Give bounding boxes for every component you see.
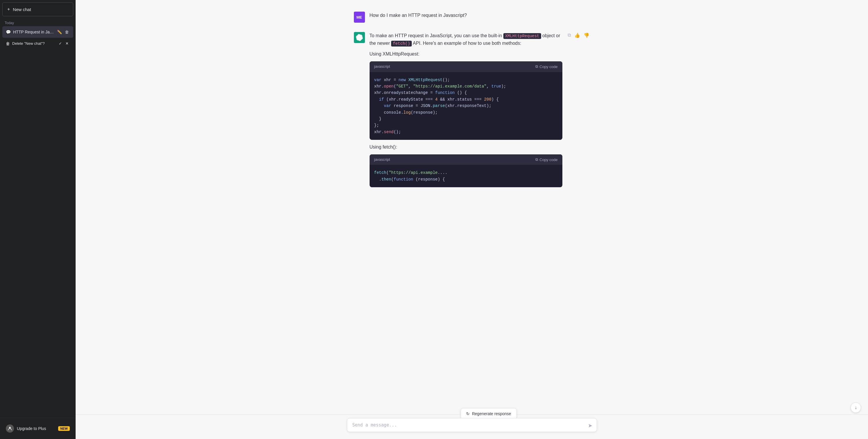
section1-label: Using XMLHttpRequest: [370, 50, 562, 58]
chat-item-actions: ✏️ 🗑 [56, 29, 70, 35]
copy-label-1: Copy code [539, 65, 557, 69]
delete-confirm-icon: 🗑 [6, 41, 10, 46]
assistant-message-content: To make an HTTP request in JavaScript, y… [370, 32, 562, 191]
message-input[interactable] [347, 418, 597, 432]
inline-code-fetch: fetch() [391, 41, 412, 46]
regenerate-icon: ↻ [466, 411, 470, 416]
svg-point-0 [9, 427, 11, 429]
inline-code-xhr: XMLHttpRequest [503, 33, 541, 39]
section2-label: Using fetch(): [370, 143, 562, 151]
code-content-2: fetch("https://api.example.... .then(fun… [370, 165, 562, 187]
user-message: ME How do I make an HTTP request in Java… [347, 7, 597, 27]
user-avatar: ME [354, 12, 365, 23]
assistant-message-actions: ⧉ 👍 👎 [567, 32, 590, 39]
user-message-text: How do I make an HTTP request in Javascr… [370, 13, 467, 18]
code-block-1-header: javascript ⧉ Copy code [370, 61, 562, 72]
thumbs-up-button[interactable]: 👍 [574, 32, 581, 39]
input-area: ➤ [75, 414, 868, 439]
delete-confirm-text: Delete "New chat"? [12, 41, 55, 45]
code-block-2-header: javascript ⧉ Copy code [370, 154, 562, 165]
sidebar: + New chat Today 💬 HTTP Request in JavaS… [0, 0, 75, 439]
chat-item[interactable]: 💬 HTTP Request in JavaS ✏️ 🗑 [2, 26, 73, 38]
new-badge: NEW [58, 426, 70, 431]
copy-code-2-button[interactable]: ⧉ Copy code [535, 157, 557, 162]
plus-icon: + [7, 7, 10, 12]
send-icon: ➤ [588, 423, 592, 429]
copy-message-button[interactable]: ⧉ [567, 32, 571, 38]
thumbs-down-button[interactable]: 👎 [583, 32, 590, 39]
upgrade-to-plus-button[interactable]: Upgrade to Plus NEW [2, 421, 73, 436]
upgrade-label: Upgrade to Plus [17, 426, 46, 431]
new-chat-label: New chat [13, 7, 31, 12]
code-block-2: javascript ⧉ Copy code fetch("https://ap… [370, 154, 562, 188]
chat-icon: 💬 [6, 30, 11, 34]
copy-icon-2: ⧉ [535, 157, 538, 162]
copy-code-1-button[interactable]: ⧉ Copy code [535, 64, 557, 69]
confirm-delete-button[interactable]: ✓ [58, 41, 63, 46]
edit-chat-button[interactable]: ✏️ [56, 29, 63, 35]
input-wrapper: ➤ [347, 418, 597, 433]
today-section-label: Today [0, 19, 75, 26]
code-content-1: var xhr = new XMLHttpRequest(); xhr.open… [370, 72, 562, 140]
code-lang-1: javascript [374, 64, 390, 70]
main-content: ME How do I make an HTTP request in Java… [75, 0, 868, 439]
copy-icon-1: ⧉ [535, 64, 538, 69]
delete-confirm-actions: ✓ ✕ [58, 41, 70, 46]
delete-confirm-row: 🗑 Delete "New chat"? ✓ ✕ [2, 38, 73, 49]
sidebar-bottom: Upgrade to Plus NEW [0, 418, 75, 439]
code-lang-2: javascript [374, 157, 390, 163]
assistant-intro-text: To make an HTTP request in JavaScript, y… [370, 32, 562, 47]
assistant-message: To make an HTTP request in JavaScript, y… [347, 27, 597, 195]
delete-chat-button[interactable]: 🗑 [64, 29, 70, 35]
regenerate-response-button[interactable]: ↻ Regenerate response [461, 408, 517, 419]
upgrade-btn-left: Upgrade to Plus [6, 425, 46, 433]
user-icon [6, 425, 14, 433]
cancel-delete-button[interactable]: ✕ [64, 41, 70, 46]
copy-label-2: Copy code [539, 158, 557, 162]
user-avatar-text: ME [356, 15, 362, 20]
code-block-1: javascript ⧉ Copy code var xhr = new XML… [370, 61, 562, 140]
chat-item-label: HTTP Request in JavaS [13, 30, 54, 34]
scroll-down-icon: ↓ [855, 405, 857, 410]
new-chat-button[interactable]: + New chat [2, 2, 73, 16]
send-button[interactable]: ➤ [587, 421, 593, 430]
user-message-content: How do I make an HTTP request in Javascr… [370, 12, 590, 19]
messages-area: ME How do I make an HTTP request in Java… [75, 0, 868, 414]
assistant-avatar [354, 32, 365, 43]
regenerate-label: Regenerate response [472, 411, 511, 416]
scroll-down-button[interactable]: ↓ [850, 402, 861, 413]
